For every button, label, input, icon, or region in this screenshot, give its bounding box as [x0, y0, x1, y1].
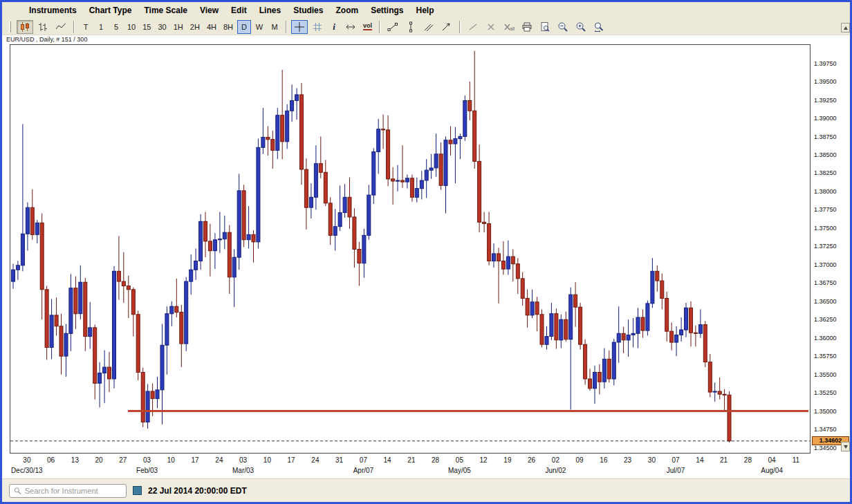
trend-line-tool-button[interactable] [385, 20, 401, 34]
zoom-in-button[interactable] [573, 20, 589, 34]
candle-body [545, 337, 548, 345]
candle-body [651, 271, 654, 304]
chart-type-candlestick-button[interactable] [17, 20, 33, 34]
x-axis-date-label: 07 [672, 456, 680, 464]
candle-body [478, 161, 481, 222]
x-axis-date-label: 28 [744, 456, 752, 464]
candle-body [641, 317, 645, 330]
price-axis-label: 1.36750 [814, 279, 837, 286]
candle-body [694, 333, 697, 333]
menu-item-edit[interactable]: Edit [225, 3, 253, 17]
horizontal-scale-button[interactable] [342, 20, 359, 34]
candle-body [497, 254, 501, 261]
price-axis-label: 1.37750 [814, 206, 837, 213]
remove-line-button[interactable] [465, 20, 481, 34]
price-axis-label: 1.37500 [814, 225, 837, 232]
interval-button-2h[interactable]: 2H [187, 20, 203, 34]
menu-item-settings[interactable]: Settings [364, 3, 409, 17]
candle-body [506, 256, 510, 269]
candle-body [602, 359, 606, 382]
vertical-line-tool-button[interactable] [402, 20, 419, 34]
chart-type-line-button[interactable] [53, 20, 69, 34]
candle-body [564, 319, 568, 339]
zoom-reset-button[interactable] [591, 20, 607, 34]
interval-buttons: T151015301H2H4H8HDWM [78, 20, 282, 34]
candle-body [50, 315, 53, 348]
status-indicator-icon [133, 486, 142, 495]
candle-body [405, 178, 409, 182]
candle-body [304, 169, 308, 207]
price-axis-label: 1.39500 [814, 78, 837, 85]
chart-plot[interactable] [10, 44, 811, 454]
remove-all-button[interactable]: all [501, 20, 517, 34]
candle-body [463, 101, 467, 137]
remove-line-icon [467, 21, 479, 32]
interval-button-8h[interactable]: 8H [221, 20, 236, 34]
print-button[interactable] [519, 20, 535, 34]
info-icon: i [333, 22, 335, 31]
x-axis-date-label: 24 [311, 456, 319, 464]
print-preview-button[interactable] [537, 20, 553, 34]
interval-button-4h[interactable]: 4H [204, 20, 219, 34]
interval-button-1h[interactable]: 1H [171, 20, 186, 34]
candle-body [175, 306, 178, 312]
search-box[interactable] [9, 484, 127, 498]
interval-button-m[interactable]: M [268, 20, 281, 34]
scroll-up-button[interactable] [841, 23, 850, 32]
interval-button-t[interactable]: T [79, 20, 93, 34]
scroll-down-button[interactable] [841, 442, 850, 451]
price-axis-label: 1.35500 [814, 371, 837, 378]
candle-body [459, 136, 462, 138]
info-button[interactable]: i [327, 20, 341, 34]
candle-body [237, 191, 241, 257]
candle-body [535, 302, 539, 315]
interval-button-5[interactable]: 5 [109, 20, 123, 34]
interval-button-30[interactable]: 30 [156, 20, 169, 34]
menu-item-instruments[interactable]: Instruments [23, 3, 83, 17]
candle-body [468, 101, 472, 111]
channel-tool-button[interactable] [420, 20, 437, 34]
menu-item-zoom[interactable]: Zoom [329, 3, 364, 17]
toolbar-grip[interactable] [9, 21, 11, 32]
menu-item-view[interactable]: View [194, 3, 225, 17]
menu-item-chart-type[interactable]: Chart Type [83, 3, 138, 17]
interval-button-w[interactable]: W [252, 20, 266, 34]
interval-button-15[interactable]: 15 [140, 20, 154, 34]
ray-tool-button[interactable] [438, 20, 455, 34]
price-axis-label: 1.39750 [814, 60, 837, 67]
menu-item-lines[interactable]: Lines [253, 3, 287, 17]
candle-body [689, 308, 693, 333]
candle-body [728, 395, 731, 441]
x-axis-date-label: 09 [576, 456, 584, 464]
volume-button[interactable]: vol [360, 20, 375, 34]
candle-body [93, 328, 97, 384]
menu-item-help[interactable]: Help [409, 3, 440, 17]
candle-body [74, 288, 77, 314]
x-axis-date-label: 02 [552, 456, 559, 464]
crosshair-button[interactable] [291, 20, 308, 34]
candle-body [612, 342, 615, 379]
chart-type-bars-button[interactable] [35, 20, 51, 34]
search-input[interactable] [25, 487, 122, 495]
candle-body [286, 111, 289, 142]
search-icon [14, 487, 21, 495]
candle-body [473, 111, 476, 161]
candle-body [420, 180, 423, 189]
candle-body [79, 282, 82, 314]
menu-item-time-scale[interactable]: Time Scale [138, 3, 193, 17]
interval-button-d[interactable]: D [237, 20, 251, 34]
x-axis-date-label: 07 [360, 456, 367, 464]
grid-button[interactable] [309, 20, 326, 34]
candle-body [540, 315, 544, 344]
remove-selected-button[interactable] [483, 20, 499, 34]
zoom-out-button[interactable] [555, 20, 571, 34]
candle-body [703, 325, 707, 362]
interval-button-1[interactable]: 1 [94, 20, 108, 34]
interval-button-10[interactable]: 10 [124, 20, 138, 34]
menu-item-studies[interactable]: Studies [287, 3, 329, 17]
candle-body [127, 286, 130, 290]
x-axis-month-label: Aug/04 [761, 467, 783, 474]
x-axis-date-label: 11 [793, 456, 799, 464]
candle-body [117, 271, 120, 281]
x-axis-month-label: Jul/07 [667, 467, 685, 474]
